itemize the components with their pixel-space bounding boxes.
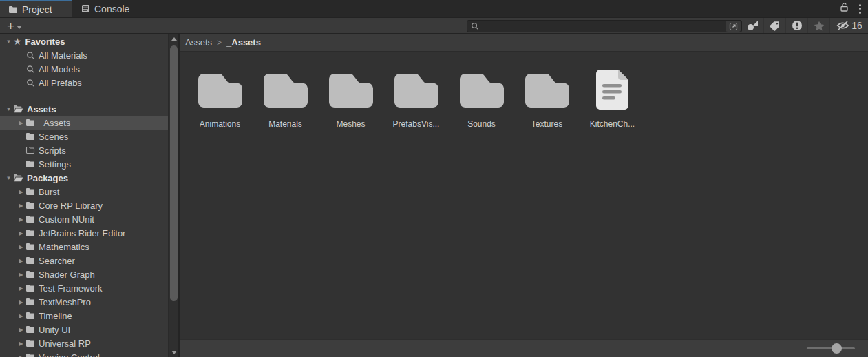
asset-item-materials[interactable]: Materials (253, 70, 318, 129)
foldout-open-icon[interactable]: ▼ (4, 106, 13, 112)
filter-by-type-button[interactable] (741, 18, 763, 33)
foldout-closed-icon[interactable]: ▶ (17, 313, 25, 319)
tree-item-shader-graph[interactable]: ▶Shader Graph (0, 267, 168, 281)
tree-item-test-framework[interactable]: ▶Test Framework (0, 281, 168, 295)
breadcrumb: Assets>_Assets (180, 34, 868, 52)
foldout-open-icon[interactable]: ▼ (4, 175, 13, 181)
project-window: Project Console + (0, 0, 868, 357)
tree-item-label: Settings (39, 159, 71, 170)
foldout-closed-icon[interactable]: ▶ (17, 244, 25, 250)
tree-item-label: Searcher (39, 256, 75, 266)
tree-item-core-rp-library[interactable]: ▶Core RP Library (0, 198, 168, 212)
zoom-slider-thumb[interactable] (832, 343, 842, 354)
tag-icon (770, 21, 780, 31)
tree-item-scripts[interactable]: Scripts (0, 143, 168, 157)
status-bar (180, 339, 868, 357)
breadcrumb-item[interactable]: Assets (185, 37, 212, 48)
folder-icon (25, 243, 35, 251)
foldout-closed-icon[interactable]: ▶ (17, 230, 25, 236)
tree-item-mathematics[interactable]: ▶Mathematics (0, 240, 168, 254)
kebab-menu-icon[interactable] (856, 3, 864, 15)
filter-by-label-button[interactable] (763, 18, 785, 33)
foldout-closed-icon[interactable]: ▶ (17, 216, 25, 223)
tab-bar: Project Console (0, 0, 868, 17)
tree-item-scenes[interactable]: Scenes (0, 130, 168, 143)
foldout-closed-icon[interactable]: ▶ (17, 203, 25, 209)
scrollbar-thumb[interactable] (170, 45, 178, 301)
asset-item-textures[interactable]: Textures (514, 70, 580, 129)
tree-item-custom-nunit[interactable]: ▶Custom NUnit (0, 212, 168, 226)
hidden-count: 16 (851, 20, 862, 31)
folder-icon (25, 201, 35, 210)
breadcrumb-item[interactable]: _Assets (226, 37, 261, 48)
favorites-button[interactable] (807, 18, 829, 33)
open-in-search-icon[interactable] (726, 21, 741, 32)
foldout-closed-icon[interactable]: ▶ (17, 285, 25, 292)
import-log-button[interactable] (785, 18, 807, 33)
tree-item-jetbrains-rider-editor[interactable]: ▶JetBrains Rider Editor (0, 226, 168, 240)
exclamation-icon (792, 20, 803, 31)
tree-item-favorites[interactable]: ▼★Favorites (0, 34, 168, 48)
folder-icon (198, 70, 242, 110)
breadcrumb-separator-icon: > (217, 38, 222, 48)
shapes-icon (747, 21, 759, 31)
search-input[interactable] (479, 21, 726, 31)
chevron-down-icon (17, 26, 22, 29)
foldout-closed-icon[interactable]: ▶ (17, 189, 25, 195)
tree-item-all-prefabs[interactable]: All Prefabs (0, 76, 168, 90)
tree-item-timeline[interactable]: ▶Timeline (0, 309, 168, 323)
foldout-open-icon[interactable]: ▼ (4, 39, 13, 45)
tree-item-textmeshpro[interactable]: ▶TextMeshPro (0, 295, 168, 309)
asset-item-animations[interactable]: Animations (187, 70, 253, 129)
tree-item-label: Burst (39, 187, 59, 197)
folder-icon (25, 270, 35, 278)
hidden-packages-toggle[interactable]: 16 (829, 18, 868, 33)
tree-item-all-models[interactable]: All Models (0, 62, 168, 76)
unlock-icon[interactable] (839, 2, 849, 15)
tab-console[interactable]: Console (73, 0, 138, 17)
tree-item--assets[interactable]: ▶_Assets (0, 116, 168, 130)
asset-item-sounds[interactable]: Sounds (449, 70, 514, 129)
tree-item-label: Timeline (39, 311, 72, 321)
scroll-up-icon[interactable] (169, 34, 179, 43)
foldout-closed-icon[interactable]: ▶ (17, 354, 25, 357)
folder-icon (8, 6, 18, 14)
tree-item-searcher[interactable]: ▶Searcher (0, 254, 168, 267)
foldout-closed-icon[interactable]: ▶ (17, 299, 25, 305)
folder-icon (25, 160, 35, 168)
tree-item-all-materials[interactable]: All Materials (0, 48, 168, 62)
folder-icon (264, 70, 308, 110)
document-icon (596, 70, 628, 110)
tree-item-version-control[interactable]: ▶Version Control (0, 350, 168, 357)
tree-item-label: Favorites (25, 37, 65, 47)
foldout-closed-icon[interactable]: ▶ (17, 258, 25, 264)
tree-item-universal-rp[interactable]: ▶Universal RP (0, 336, 168, 350)
folder-icon (394, 70, 438, 110)
foldout-closed-icon[interactable]: ▶ (17, 120, 25, 126)
scroll-down-icon[interactable] (169, 347, 179, 357)
foldout-closed-icon[interactable]: ▶ (17, 340, 25, 347)
zoom-slider[interactable] (807, 347, 855, 349)
tree-item-label: Scripts (39, 145, 66, 156)
tab-project[interactable]: Project (0, 0, 72, 17)
tree-item-burst[interactable]: ▶Burst (0, 185, 168, 198)
tree-item-label: All Prefabs (39, 78, 82, 88)
asset-browser-panel: Assets>_Assets AnimationsMaterialsMeshes… (180, 34, 868, 357)
asset-label: Meshes (336, 119, 365, 129)
window-controls (839, 0, 864, 17)
foldout-closed-icon[interactable]: ▶ (17, 272, 25, 278)
create-asset-button[interactable]: + (5, 19, 24, 33)
tree-spacer (0, 90, 168, 102)
tree-item-unity-ui[interactable]: ▶Unity UI (0, 323, 168, 336)
asset-item-kitchench[interactable]: KitchenCh... (580, 70, 645, 129)
tree-item-label: _Assets (39, 118, 70, 128)
foldout-closed-icon[interactable]: ▶ (17, 327, 25, 333)
sidebar-scrollbar[interactable] (168, 34, 178, 357)
asset-item-prefabsvis[interactable]: PrefabsVis... (383, 70, 449, 129)
asset-item-meshes[interactable]: Meshes (318, 70, 383, 129)
tree-item-assets[interactable]: ▼Assets (0, 102, 168, 116)
folder-icon (25, 119, 35, 127)
folder-icon (25, 298, 35, 306)
tree-item-packages[interactable]: ▼Packages (0, 171, 168, 185)
tree-item-settings[interactable]: Settings (0, 157, 168, 171)
